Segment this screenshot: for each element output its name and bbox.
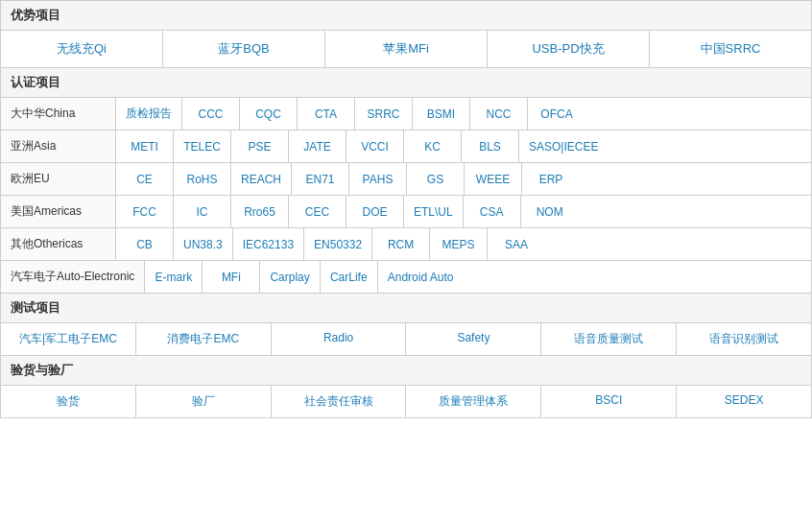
cert-row-label-4: 其他Othericas bbox=[1, 228, 116, 260]
cert-cell-4-4[interactable]: RCM bbox=[372, 228, 430, 260]
cert-cell-3-2[interactable]: Rro65 bbox=[231, 196, 289, 227]
cert-cell-3-1[interactable]: IC bbox=[174, 196, 231, 227]
cert-cell-2-1[interactable]: RoHS bbox=[174, 163, 231, 195]
inspection-section: 验货与验厂 验货验厂社会责任审核质量管理体系BSCISEDEX bbox=[0, 356, 812, 418]
test-item-1[interactable]: 消费电子EMC bbox=[136, 323, 272, 355]
cert-cell-2-3[interactable]: EN71 bbox=[292, 163, 349, 195]
cert-cell-5-2[interactable]: Carplay bbox=[260, 261, 320, 293]
testing-header: 测试项目 bbox=[1, 294, 811, 323]
cert-cell-3-7[interactable]: NOM bbox=[521, 196, 579, 227]
cert-cell-4-3[interactable]: EN50332 bbox=[304, 228, 372, 260]
cert-cell-1-2[interactable]: PSE bbox=[231, 130, 289, 162]
inspection-item-3[interactable]: 质量管理体系 bbox=[406, 386, 541, 417]
cert-cell-5-3[interactable]: CarLife bbox=[321, 261, 378, 293]
cert-cell-3-3[interactable]: CEC bbox=[289, 196, 346, 227]
cert-row-5: 汽车电子Auto-ElectronicE-markMFiCarplayCarLi… bbox=[1, 261, 811, 293]
cert-cell-0-1[interactable]: CCC bbox=[182, 98, 240, 130]
inspection-item-1[interactable]: 验厂 bbox=[136, 386, 272, 417]
cert-row-label-5: 汽车电子Auto-Electronic bbox=[1, 261, 145, 293]
cert-cell-3-4[interactable]: DOE bbox=[346, 196, 404, 227]
advantage-section: 优势项目 无线充Qi蓝牙BQB苹果MFiUSB-PD快充中国SRRC bbox=[0, 0, 812, 68]
advantage-row: 无线充Qi蓝牙BQB苹果MFiUSB-PD快充中国SRRC bbox=[1, 31, 811, 67]
cert-cell-0-4[interactable]: SRRC bbox=[355, 98, 413, 130]
cert-row-label-0: 大中华China bbox=[1, 98, 116, 130]
cert-cell-4-2[interactable]: IEC62133 bbox=[233, 228, 304, 260]
cert-cell-1-6[interactable]: BLS bbox=[462, 130, 519, 162]
cert-cell-0-5[interactable]: BSMI bbox=[413, 98, 470, 130]
cert-cell-5-0[interactable]: E-mark bbox=[145, 261, 203, 293]
advantage-item-0[interactable]: 无线充Qi bbox=[1, 31, 163, 67]
cert-row-label-2: 欧洲EU bbox=[1, 163, 116, 195]
cert-row-label-3: 美国Americas bbox=[1, 196, 116, 227]
advantage-item-1[interactable]: 蓝牙BQB bbox=[163, 31, 325, 67]
cert-cell-1-7[interactable]: SASO|IECEE bbox=[519, 130, 608, 162]
certification-section: 认证项目 大中华China质检报告CCCCQCCTASRRCBSMINCCOFC… bbox=[0, 68, 812, 294]
certification-rows: 大中华China质检报告CCCCQCCTASRRCBSMINCCOFCA亚洲As… bbox=[1, 98, 811, 293]
inspection-header: 验货与验厂 bbox=[1, 356, 811, 386]
cert-cell-4-6[interactable]: SAA bbox=[488, 228, 545, 260]
inspection-item-4[interactable]: BSCI bbox=[541, 386, 677, 417]
cert-row-cells-0: 质检报告CCCCQCCTASRRCBSMINCCOFCA bbox=[116, 98, 811, 130]
advantage-item-3[interactable]: USB-PD快充 bbox=[488, 31, 650, 67]
cert-cell-2-7[interactable]: ERP bbox=[522, 163, 580, 195]
cert-row-label-1: 亚洲Asia bbox=[1, 130, 116, 162]
inspection-item-0[interactable]: 验货 bbox=[1, 386, 136, 417]
cert-cell-4-0[interactable]: CB bbox=[116, 228, 174, 260]
cert-cell-1-1[interactable]: TELEC bbox=[174, 130, 231, 162]
cert-cell-5-1[interactable]: MFi bbox=[203, 261, 260, 293]
cert-row-cells-3: FCCICRro65CECDOEETL\ULCSANOM bbox=[116, 196, 811, 227]
cert-cell-2-4[interactable]: PAHS bbox=[349, 163, 407, 195]
test-item-4[interactable]: 语音质量测试 bbox=[541, 323, 677, 355]
advantage-header: 优势项目 bbox=[1, 1, 811, 31]
cert-row-cells-4: CBUN38.3IEC62133EN50332RCMMEPSSAA bbox=[116, 228, 811, 260]
cert-row-cells-5: E-markMFiCarplayCarLifeAndroid Auto bbox=[145, 261, 811, 293]
advantage-item-2[interactable]: 苹果MFi bbox=[325, 31, 488, 67]
test-item-5[interactable]: 语音识别测试 bbox=[677, 323, 811, 355]
cert-cell-1-0[interactable]: METI bbox=[116, 130, 174, 162]
cert-cell-3-0[interactable]: FCC bbox=[116, 196, 174, 227]
cert-row-cells-2: CERoHSREACHEN71PAHSGSWEEEERP bbox=[116, 163, 811, 195]
testing-row: 汽车|军工电子EMC消费电子EMCRadioSafety语音质量测试语音识别测试 bbox=[1, 323, 811, 355]
cert-cell-2-0[interactable]: CE bbox=[116, 163, 174, 195]
cert-cell-2-5[interactable]: GS bbox=[407, 163, 465, 195]
cert-cell-0-3[interactable]: CTA bbox=[298, 98, 355, 130]
cert-row-3: 美国AmericasFCCICRro65CECDOEETL\ULCSANOM bbox=[1, 196, 811, 228]
cert-row-4: 其他OthericasCBUN38.3IEC62133EN50332RCMMEP… bbox=[1, 228, 811, 261]
cert-row-cells-1: METITELECPSEJATEVCCIKCBLSSASO|IECEE bbox=[116, 130, 811, 162]
test-item-0[interactable]: 汽车|军工电子EMC bbox=[1, 323, 136, 355]
cert-cell-0-2[interactable]: CQC bbox=[240, 98, 298, 130]
inspection-row: 验货验厂社会责任审核质量管理体系BSCISEDEX bbox=[1, 386, 811, 417]
cert-row-1: 亚洲AsiaMETITELECPSEJATEVCCIKCBLSSASO|IECE… bbox=[1, 130, 811, 163]
cert-cell-0-6[interactable]: NCC bbox=[470, 98, 528, 130]
inspection-item-5[interactable]: SEDEX bbox=[677, 386, 811, 417]
cert-cell-1-4[interactable]: VCCI bbox=[346, 130, 404, 162]
cert-cell-1-5[interactable]: KC bbox=[404, 130, 462, 162]
cert-cell-2-6[interactable]: WEEE bbox=[465, 163, 522, 195]
cert-cell-3-6[interactable]: CSA bbox=[464, 196, 521, 227]
cert-cell-3-5[interactable]: ETL\UL bbox=[404, 196, 464, 227]
test-item-3[interactable]: Safety bbox=[406, 323, 541, 355]
advantage-item-4[interactable]: 中国SRRC bbox=[650, 31, 811, 67]
inspection-item-2[interactable]: 社会责任审核 bbox=[272, 386, 407, 417]
cert-cell-0-0[interactable]: 质检报告 bbox=[116, 98, 182, 130]
cert-cell-4-5[interactable]: MEPS bbox=[430, 228, 488, 260]
testing-section: 测试项目 汽车|军工电子EMC消费电子EMCRadioSafety语音质量测试语… bbox=[0, 294, 812, 356]
certification-header: 认证项目 bbox=[1, 68, 811, 98]
cert-row-2: 欧洲EUCERoHSREACHEN71PAHSGSWEEEERP bbox=[1, 163, 811, 196]
cert-cell-2-2[interactable]: REACH bbox=[231, 163, 292, 195]
cert-cell-4-1[interactable]: UN38.3 bbox=[174, 228, 233, 260]
cert-cell-0-7[interactable]: OFCA bbox=[528, 98, 585, 130]
cert-cell-1-3[interactable]: JATE bbox=[289, 130, 346, 162]
cert-row-0: 大中华China质检报告CCCCQCCTASRRCBSMINCCOFCA bbox=[1, 98, 811, 130]
cert-cell-5-4[interactable]: Android Auto bbox=[378, 261, 464, 293]
test-item-2[interactable]: Radio bbox=[272, 323, 407, 355]
